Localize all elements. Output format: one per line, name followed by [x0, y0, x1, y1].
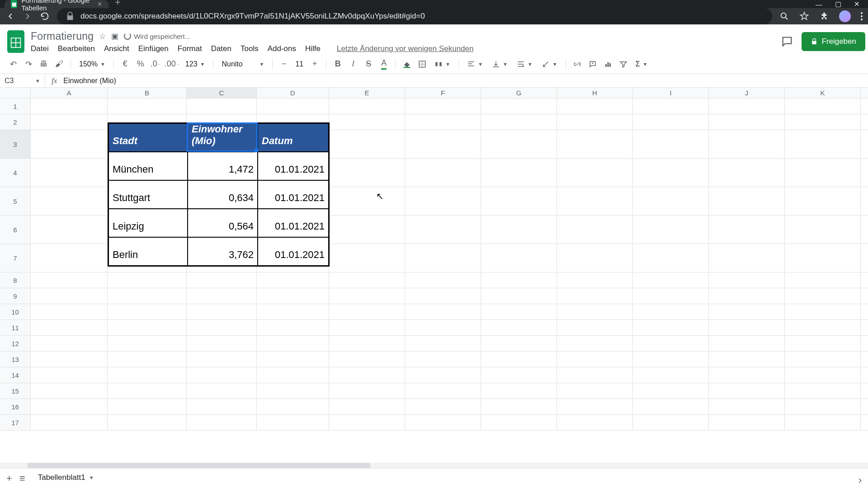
- cell[interactable]: [633, 367, 709, 383]
- cell[interactable]: [861, 272, 868, 288]
- cell[interactable]: [31, 320, 108, 336]
- cell[interactable]: [257, 288, 329, 304]
- functions-button[interactable]: Σ▼: [632, 60, 651, 68]
- menu-file[interactable]: Datei: [31, 44, 49, 53]
- number-format-select[interactable]: 123▼: [182, 60, 209, 68]
- cell[interactable]: [557, 130, 633, 159]
- row-header-10[interactable]: 10: [0, 304, 31, 320]
- all-sheets-button[interactable]: ≡: [19, 473, 25, 484]
- cell[interactable]: [709, 187, 785, 216]
- column-header-K[interactable]: K: [785, 88, 861, 99]
- font-select[interactable]: Nunito▼: [218, 60, 268, 68]
- row-header-13[interactable]: 13: [0, 352, 31, 367]
- doc-title[interactable]: Formatierung: [31, 30, 94, 42]
- zoom-icon[interactable]: [779, 11, 789, 21]
- move-doc-icon[interactable]: ▣: [111, 32, 118, 41]
- cell[interactable]: [557, 399, 633, 415]
- row-header-12[interactable]: 12: [0, 336, 31, 352]
- maximize-button[interactable]: ▢: [835, 0, 841, 8]
- menu-edit[interactable]: Bearbeiten: [58, 44, 95, 53]
- cell[interactable]: [481, 399, 557, 415]
- cell[interactable]: [257, 367, 329, 383]
- cell[interactable]: [785, 399, 861, 415]
- cell[interactable]: [785, 130, 861, 159]
- cell[interactable]: [481, 304, 557, 320]
- cell[interactable]: [557, 272, 633, 288]
- menu-addons[interactable]: Add-ons: [268, 44, 296, 53]
- cell[interactable]: [785, 159, 861, 187]
- cell[interactable]: [785, 383, 861, 399]
- cell[interactable]: [187, 352, 257, 367]
- cell[interactable]: [329, 320, 405, 336]
- column-header-I[interactable]: I: [633, 88, 709, 99]
- font-size-value[interactable]: 11: [292, 60, 306, 68]
- cell[interactable]: [405, 99, 481, 114]
- cell[interactable]: [785, 304, 861, 320]
- cell[interactable]: [785, 272, 861, 288]
- filter-button[interactable]: [617, 57, 630, 71]
- close-window-button[interactable]: ✕: [854, 0, 860, 8]
- cell[interactable]: [405, 244, 481, 272]
- wrap-button[interactable]: ▼: [513, 60, 536, 68]
- cell[interactable]: [257, 304, 329, 320]
- td-date[interactable]: 01.01.2021: [258, 180, 329, 209]
- cell[interactable]: [108, 320, 187, 336]
- cell[interactable]: [108, 304, 187, 320]
- cell[interactable]: [633, 114, 709, 130]
- font-size-decrease[interactable]: −: [277, 57, 291, 71]
- cell[interactable]: [108, 399, 187, 415]
- star-doc-icon[interactable]: ☆: [99, 32, 106, 41]
- cell[interactable]: [861, 336, 868, 352]
- cell[interactable]: [633, 272, 709, 288]
- cell[interactable]: [709, 216, 785, 244]
- browser-tab[interactable]: ▦ Formatierung - Google Tabellen ×: [5, 0, 108, 8]
- cell[interactable]: [633, 216, 709, 244]
- column-header-F[interactable]: F: [405, 88, 481, 99]
- sheets-logo[interactable]: [6, 29, 25, 54]
- cell[interactable]: [329, 415, 405, 431]
- cell[interactable]: [785, 336, 861, 352]
- cell[interactable]: [31, 336, 108, 352]
- cell[interactable]: [108, 415, 187, 431]
- cell[interactable]: [861, 352, 868, 367]
- cell[interactable]: [329, 114, 405, 130]
- cell[interactable]: [108, 352, 187, 367]
- cell[interactable]: [481, 272, 557, 288]
- cell[interactable]: [405, 288, 481, 304]
- cell[interactable]: [481, 114, 557, 130]
- increase-decimal-button[interactable]: .00→: [165, 57, 180, 71]
- add-sheet-button[interactable]: +: [6, 473, 12, 484]
- cell[interactable]: [405, 272, 481, 288]
- cell[interactable]: [481, 383, 557, 399]
- cell[interactable]: [785, 352, 861, 367]
- cell[interactable]: [257, 336, 329, 352]
- cell[interactable]: [187, 383, 257, 399]
- cell[interactable]: [709, 383, 785, 399]
- cell[interactable]: [481, 216, 557, 244]
- cell[interactable]: [329, 99, 405, 114]
- row-header-11[interactable]: 11: [0, 320, 31, 336]
- td-city[interactable]: Berlin: [108, 237, 188, 266]
- close-tab-icon[interactable]: ×: [97, 0, 102, 9]
- cell[interactable]: [31, 415, 108, 431]
- cell[interactable]: [557, 415, 633, 431]
- row-header-8[interactable]: 8: [0, 272, 31, 288]
- reload-button[interactable]: [40, 11, 50, 21]
- cell[interactable]: [785, 99, 861, 114]
- address-bar[interactable]: docs.google.com/spreadsheets/d/1L0CRXrgx…: [57, 8, 772, 24]
- cell[interactable]: [257, 99, 329, 114]
- percent-button[interactable]: %: [134, 57, 147, 71]
- column-header-G[interactable]: G: [481, 88, 557, 99]
- minimize-button[interactable]: —: [816, 0, 822, 8]
- cell[interactable]: [633, 304, 709, 320]
- cell[interactable]: [481, 352, 557, 367]
- cell[interactable]: [861, 320, 868, 336]
- cell[interactable]: [861, 244, 868, 272]
- cell[interactable]: [187, 415, 257, 431]
- cell[interactable]: [405, 130, 481, 159]
- cell[interactable]: [633, 288, 709, 304]
- cell[interactable]: [481, 288, 557, 304]
- grid-area[interactable]: ABCDEFGHIJK1234567891011121314151617 Sta…: [0, 88, 868, 463]
- cell[interactable]: [257, 415, 329, 431]
- cell[interactable]: [709, 288, 785, 304]
